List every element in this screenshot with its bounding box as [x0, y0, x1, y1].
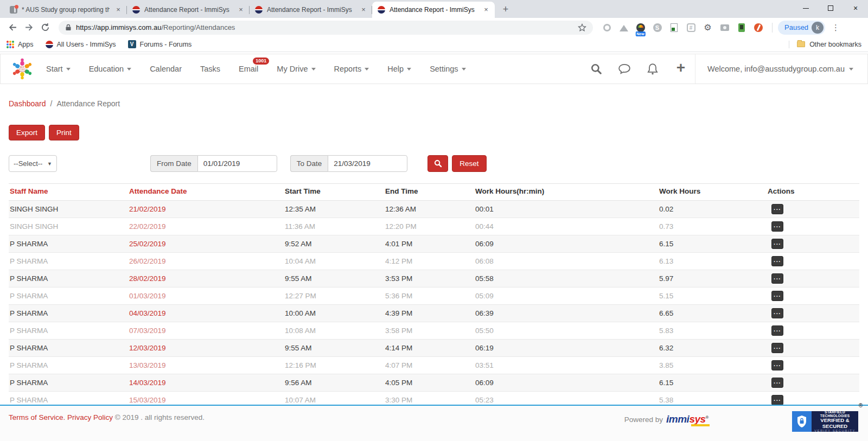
cell-end-time: 4:39 PM [384, 305, 474, 322]
row-actions-button[interactable]: ··· [771, 308, 783, 318]
window-restore-button[interactable] [818, 0, 843, 16]
extension-camera-icon[interactable] [719, 22, 730, 33]
nav-item-start[interactable]: Start [46, 65, 71, 73]
badge-title: VERIFIED & SECURED [812, 418, 858, 429]
sync-paused-button[interactable]: Paused k [778, 21, 825, 35]
apps-grid-icon [7, 41, 14, 48]
add-button[interactable]: + [667, 54, 695, 84]
row-actions-button[interactable]: ··· [771, 273, 783, 284]
chevron-down-icon [365, 68, 369, 73]
tab-title: Attendance Report - ImmiSys [267, 6, 355, 14]
cell-work-hours-hrmin: 05:58 [474, 270, 658, 287]
row-actions-button[interactable]: ··· [771, 360, 783, 370]
new-tab-button[interactable]: + [498, 2, 513, 17]
cell-attendance-date: 26/02/2019 [128, 253, 284, 270]
staff-select-dropdown[interactable]: --Select-- ▼ [9, 155, 57, 172]
from-date-label: From Date [150, 155, 197, 172]
print-button[interactable]: Print [49, 125, 79, 140]
export-button[interactable]: Export [9, 125, 45, 140]
nav-item-help[interactable]: Help [387, 65, 411, 73]
extension-circle-icon[interactable] [602, 22, 612, 33]
chevron-down-icon [849, 68, 853, 73]
to-date-input[interactable] [328, 155, 407, 172]
cell-work-hours: 5.15 [658, 287, 767, 305]
verified-secured-badge[interactable]: STARFIELD TECHNOLOGIES VERIFIED & SECURE… [792, 411, 858, 432]
tab-close-icon[interactable]: × [114, 5, 123, 14]
privacy-policy-link[interactable]: Privacy Policy [67, 413, 113, 421]
breadcrumb-dashboard-link[interactable]: Dashboard [9, 99, 46, 108]
user-menu[interactable]: Welcome, info@ausstudygroup.com.au [695, 54, 867, 84]
nav-item-education[interactable]: Education [89, 65, 132, 73]
row-actions-button[interactable]: ··· [771, 291, 783, 301]
cell-start-time: 12:27 PM [284, 287, 384, 305]
chevron-down-icon [66, 68, 71, 73]
bookmark-star-icon[interactable] [578, 23, 586, 32]
browser-tab[interactable]: * AUS Study group reporting tha × [4, 2, 127, 18]
select-value: --Select-- [14, 159, 42, 168]
row-actions-button[interactable]: ··· [771, 239, 783, 249]
cell-staff-name: P SHARMA [9, 287, 128, 305]
nav-item-tasks[interactable]: Tasks [200, 65, 220, 73]
nav-item-reports[interactable]: Reports [334, 65, 369, 73]
search-button[interactable] [582, 54, 610, 84]
minimize-icon [803, 8, 809, 9]
search-submit-button[interactable] [427, 155, 448, 172]
extension-skype-icon[interactable]: S [652, 22, 662, 33]
row-actions-button[interactable]: ··· [771, 204, 783, 214]
row-actions-button[interactable]: ··· [771, 221, 783, 232]
row-actions-button[interactable]: ··· [771, 325, 783, 336]
browser-tab[interactable]: Attendance Report - ImmiSys × [250, 2, 372, 18]
cell-end-time: 4:05 PM [384, 374, 474, 392]
bookmark-forums[interactable]: V Forums - Forums [128, 40, 192, 48]
cell-end-time: 4:01 PM [384, 235, 474, 253]
cell-start-time: 10:00 AM [284, 305, 384, 322]
tab-favicon-immisys-icon [255, 6, 263, 14]
row-actions-button[interactable]: ··· [771, 378, 783, 388]
messages-button[interactable] [610, 54, 639, 84]
address-bar[interactable]: https://app.immisys.com.au/Reporting/Att… [59, 21, 593, 35]
extension-feather-icon[interactable] [753, 22, 763, 33]
extension-phone-icon[interactable] [736, 22, 746, 33]
browser-toolbar: https://app.immisys.com.au/Reporting/Att… [0, 18, 868, 37]
apps-shortcut[interactable]: Apps [7, 41, 34, 48]
nav-item-my-drive[interactable]: My Drive [277, 65, 315, 73]
tab-close-icon[interactable]: × [359, 5, 368, 14]
nav-item-calendar[interactable]: Calendar [150, 65, 182, 73]
extension-recycle-icon[interactable] [618, 22, 629, 33]
other-bookmarks-button[interactable]: Other bookmarks [789, 41, 861, 48]
reset-button[interactable]: Reset [452, 155, 486, 172]
browser-tab[interactable]: Attendance Report - ImmiSys × [127, 2, 250, 18]
row-actions-button[interactable]: ··· [771, 395, 783, 405]
to-date-label: To Date [290, 155, 328, 172]
extension-document-icon[interactable] [669, 22, 679, 33]
column-header-staff-name[interactable]: Staff Name [9, 184, 128, 201]
browser-menu-button[interactable]: ⋮ [827, 23, 844, 33]
window-close-button[interactable]: × [843, 0, 868, 16]
table-row: P SHARMA 14/03/2019 9:56 AM 4:05 PM 06:0… [9, 374, 859, 392]
nav-item-settings[interactable]: Settings [430, 65, 465, 73]
column-header-attendance-date[interactable]: Attendance Date [128, 184, 284, 201]
row-actions-button[interactable]: ··· [771, 343, 783, 353]
refresh-button[interactable] [38, 21, 52, 35]
forward-button[interactable] [22, 21, 36, 35]
back-button[interactable] [5, 21, 20, 35]
cell-staff-name: P SHARMA [9, 340, 128, 357]
cell-staff-name: P SHARMA [9, 235, 128, 253]
nav-item-email[interactable]: Email 1001 [239, 65, 258, 73]
browser-tab-active[interactable]: Attendance Report - ImmiSys × [372, 2, 495, 18]
tab-close-icon[interactable]: × [482, 5, 490, 14]
new-badge: New [635, 31, 645, 36]
extension-hash-icon[interactable]: # [686, 22, 696, 33]
from-date-input[interactable] [197, 155, 277, 172]
tab-close-icon[interactable]: × [237, 5, 245, 14]
aus-study-group-logo[interactable]: AUS STUDY GROUP [10, 57, 34, 81]
bookmark-all-users[interactable]: All Users - ImmiSys [46, 41, 116, 48]
terms-of-service-link[interactable]: Terms of Service. [9, 413, 65, 421]
window-minimize-button[interactable] [793, 0, 818, 16]
notifications-button[interactable] [639, 54, 667, 84]
extension-speedtest-icon[interactable]: New [635, 22, 646, 33]
cell-work-hours-hrmin: 06:08 [474, 253, 658, 270]
row-actions-button[interactable]: ··· [771, 256, 783, 266]
forums-favicon-icon: V [128, 40, 136, 48]
extension-gear-icon[interactable]: ⚙ [703, 22, 713, 33]
